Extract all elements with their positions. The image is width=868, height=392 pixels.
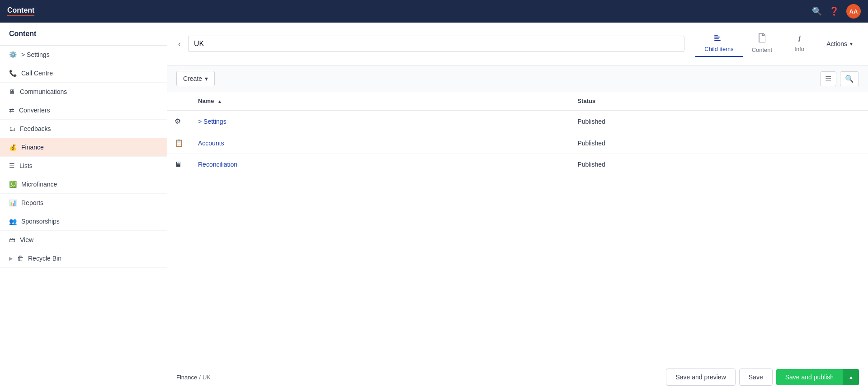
call-centre-icon: 📞 xyxy=(9,70,17,77)
save-publish-button[interactable]: Save and publish xyxy=(776,369,843,385)
search-table-button[interactable]: 🔍 xyxy=(840,71,859,86)
row-name-cell: Reconciliation xyxy=(191,154,570,175)
settings-row-link[interactable]: > Settings xyxy=(198,118,226,125)
sidebar-item-label: Microfinance xyxy=(21,181,57,188)
svg-rect-0 xyxy=(714,35,718,36)
row-icon-cell: 🖥 xyxy=(167,154,191,175)
settings-icon: ⚙️ xyxy=(9,51,17,58)
sidebar-item-reports[interactable]: 📊 Reports xyxy=(0,194,167,212)
icon-col-header xyxy=(167,92,191,110)
row-name-cell: Accounts xyxy=(191,132,570,154)
row-name-cell: > Settings xyxy=(191,110,570,132)
sidebar-item-communications[interactable]: 🖥 Communications xyxy=(0,83,167,101)
sidebar-item-feedbacks[interactable]: 🗂 Feedbacks xyxy=(0,120,167,138)
main-layout: Content ⚙️ > Settings 📞 Call Centre 🖥 Co… xyxy=(0,23,868,392)
reconciliation-row-link[interactable]: Reconciliation xyxy=(198,161,237,168)
row-status-cell: Published xyxy=(570,110,868,132)
tab-info[interactable]: i Info xyxy=(781,31,817,57)
sidebar: Content ⚙️ > Settings 📞 Call Centre 🖥 Co… xyxy=(0,23,167,392)
child-items-icon xyxy=(714,34,723,44)
sidebar-item-recycle-bin[interactable]: ▶ 🗑 Recycle Bin xyxy=(0,249,167,268)
actions-dropdown[interactable]: Actions ▼ xyxy=(821,37,859,51)
lists-icon: ☰ xyxy=(9,162,15,169)
row-status-cell: Published xyxy=(570,132,868,154)
sidebar-item-settings[interactable]: ⚙️ > Settings xyxy=(0,46,167,64)
accounts-row-link[interactable]: Accounts xyxy=(198,140,224,147)
create-label: Create xyxy=(183,75,202,82)
table-row: ⚙ > Settings Published xyxy=(167,110,868,132)
list-view-button[interactable]: ☰ xyxy=(820,71,836,86)
communications-icon: 🖥 xyxy=(9,88,15,95)
actions-chevron-icon: ▼ xyxy=(849,42,854,47)
sidebar-item-label: Sponsorships xyxy=(21,218,60,225)
accounts-row-status: Published xyxy=(577,140,605,147)
svg-rect-2 xyxy=(714,38,719,39)
tabs-area: Child items Content i Info A xyxy=(695,30,859,58)
save-publish-arrow-button[interactable]: ▲ xyxy=(843,369,859,385)
sidebar-item-call-centre[interactable]: 📞 Call Centre xyxy=(0,64,167,83)
footer: Finance / UK Save and preview Save Save … xyxy=(167,362,868,392)
sidebar-header: Content xyxy=(0,23,167,46)
breadcrumb-finance[interactable]: Finance xyxy=(176,374,197,381)
table-row: 📋 Accounts Published xyxy=(167,132,868,154)
avatar[interactable]: AA xyxy=(846,4,861,19)
sidebar-item-label: Reports xyxy=(21,199,43,206)
save-publish-group: Save and publish ▲ xyxy=(776,369,859,385)
status-col-header: Status xyxy=(570,92,868,110)
sidebar-item-finance[interactable]: 💰 Finance xyxy=(0,138,167,157)
table-row: 🖥 Reconciliation Published xyxy=(167,154,868,175)
toolbar: Create ▾ ☰ 🔍 xyxy=(167,65,868,92)
breadcrumb-separator: / xyxy=(199,374,201,381)
sidebar-item-microfinance[interactable]: 💹 Microfinance xyxy=(0,175,167,194)
actions-label: Actions xyxy=(826,40,847,47)
sidebar-item-sponsorships[interactable]: 👥 Sponsorships xyxy=(0,212,167,231)
save-button[interactable]: Save xyxy=(739,369,773,386)
reconciliation-row-status: Published xyxy=(577,161,605,168)
expand-icon: ▶ xyxy=(9,256,13,261)
tab-child-items[interactable]: Child items xyxy=(695,31,742,57)
sidebar-item-label: Converters xyxy=(19,107,50,114)
row-status-cell: Published xyxy=(570,154,868,175)
sidebar-item-view[interactable]: 🗃 View xyxy=(0,231,167,249)
settings-row-icon: ⚙ xyxy=(175,117,181,125)
sidebar-item-label: View xyxy=(20,236,33,243)
settings-row-status: Published xyxy=(577,118,605,125)
save-preview-button[interactable]: Save and preview xyxy=(666,369,735,386)
top-nav-icons: 🔍 ❓ AA xyxy=(812,4,861,19)
sidebar-item-label: Lists xyxy=(19,162,33,169)
top-nav: Content 🔍 ❓ AA xyxy=(0,0,868,23)
view-icon: 🗃 xyxy=(9,236,15,243)
toolbar-right: ☰ 🔍 xyxy=(820,71,859,86)
sidebar-item-label: > Settings xyxy=(21,51,50,58)
sidebar-item-label: Recycle Bin xyxy=(28,255,61,262)
sidebar-item-label: Communications xyxy=(20,88,67,95)
sidebar-item-converters[interactable]: ⇄ Converters xyxy=(0,101,167,120)
breadcrumb-uk: UK xyxy=(203,374,211,381)
create-button[interactable]: Create ▾ xyxy=(176,71,215,86)
page-title-input[interactable] xyxy=(188,36,684,52)
reconciliation-row-icon: 🖥 xyxy=(175,160,182,168)
tab-content[interactable]: Content xyxy=(743,30,782,58)
content-header: ‹ Child items xyxy=(167,23,868,65)
table-area: Name ▲ Status ⚙ > Settings xyxy=(167,92,868,362)
info-icon: i xyxy=(798,34,801,44)
converters-icon: ⇄ xyxy=(9,107,14,114)
app-title: Content xyxy=(7,6,34,16)
back-button[interactable]: ‹ xyxy=(176,37,183,51)
main-content: ‹ Child items xyxy=(167,23,868,392)
content-icon xyxy=(758,33,765,45)
content-table: Name ▲ Status ⚙ > Settings xyxy=(167,92,868,175)
row-icon-cell: 📋 xyxy=(167,132,191,154)
create-arrow-icon: ▾ xyxy=(205,75,208,82)
svg-rect-3 xyxy=(714,40,721,41)
feedbacks-icon: 🗂 xyxy=(9,125,15,132)
footer-actions: Save and preview Save Save and publish ▲ xyxy=(666,369,859,386)
help-icon[interactable]: ❓ xyxy=(829,6,839,16)
sidebar-item-lists[interactable]: ☰ Lists xyxy=(0,157,167,175)
accounts-row-icon: 📋 xyxy=(175,139,184,147)
list-view-icon: ☰ xyxy=(825,75,831,83)
search-icon[interactable]: 🔍 xyxy=(812,6,822,16)
status-col-label: Status xyxy=(577,98,595,104)
microfinance-icon: 💹 xyxy=(9,181,17,188)
name-col-header[interactable]: Name ▲ xyxy=(191,92,570,110)
